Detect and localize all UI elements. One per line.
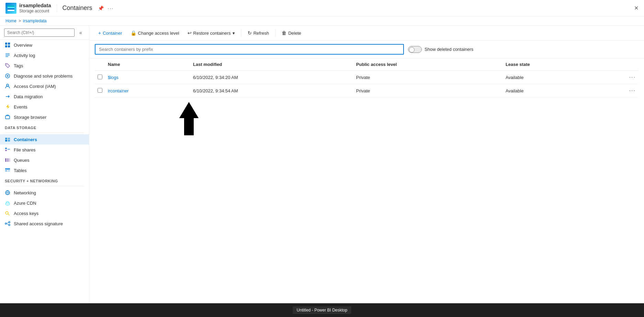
header-divider bbox=[57, 4, 57, 12]
sidebar-item-activity-log[interactable]: Activity log bbox=[0, 50, 89, 60]
sidebar-item-queues-label: Queues bbox=[14, 158, 30, 163]
refresh-icon: ↻ bbox=[248, 30, 252, 36]
section-title: Containers bbox=[63, 4, 92, 12]
restore-containers-button[interactable]: ↩ Restore containers ▾ bbox=[184, 29, 238, 37]
svg-rect-21 bbox=[5, 168, 10, 170]
sidebar-item-access-control[interactable]: Access Control (IAM) bbox=[0, 81, 89, 91]
show-deleted-toggle[interactable] bbox=[408, 46, 422, 53]
more-options-icon[interactable]: ··· bbox=[108, 5, 114, 11]
change-access-button[interactable]: 🔒 Change access level bbox=[127, 29, 183, 37]
resource-title: irsampledata bbox=[19, 2, 51, 9]
sidebar-item-access-keys-label: Access keys bbox=[14, 211, 38, 216]
show-deleted-toggle-container: Show deleted containers bbox=[408, 46, 473, 53]
sidebar-item-overview[interactable]: Overview bbox=[0, 40, 89, 50]
sidebar-item-storage-browser[interactable]: Storage browser bbox=[0, 112, 89, 122]
svg-rect-13 bbox=[5, 140, 7, 141]
events-icon bbox=[5, 104, 10, 110]
svg-point-28 bbox=[9, 222, 10, 223]
sidebar-item-access-keys[interactable]: Access keys bbox=[0, 208, 89, 218]
restore-chevron-icon: ▾ bbox=[233, 31, 235, 36]
delete-label: Delete bbox=[288, 31, 301, 36]
sidebar-item-queues[interactable]: Queues bbox=[0, 155, 89, 165]
row-name-link-0[interactable]: $logs bbox=[108, 75, 118, 80]
col-actions bbox=[599, 58, 639, 71]
row-more-cell: ··· bbox=[599, 71, 639, 84]
add-icon: + bbox=[98, 30, 101, 36]
restore-icon: ↩ bbox=[188, 30, 192, 36]
delete-icon: 🗑 bbox=[282, 30, 286, 36]
diagnose-icon bbox=[5, 73, 10, 79]
shared-access-icon bbox=[5, 221, 10, 226]
breadcrumb-current[interactable]: irsampledata bbox=[23, 19, 47, 23]
data-migration-icon bbox=[5, 94, 10, 99]
svg-rect-22 bbox=[5, 170, 7, 171]
sidebar-item-tags-label: Tags bbox=[14, 63, 23, 68]
sidebar-item-azure-cdn[interactable]: Azure CDN bbox=[0, 198, 89, 208]
data-storage-section-label: Data storage bbox=[0, 122, 89, 131]
app-logo bbox=[5, 3, 16, 14]
table-row: ircontainer 6/10/2022, 9:34:54 AM Privat… bbox=[95, 84, 639, 98]
sidebar-item-azure-cdn-label: Azure CDN bbox=[14, 201, 36, 206]
overview-icon bbox=[5, 42, 10, 48]
row-checkbox-0[interactable] bbox=[98, 75, 102, 79]
sidebar-item-tables[interactable]: Tables bbox=[0, 165, 89, 176]
row-name-cell: $logs bbox=[105, 71, 190, 84]
row-name-link-1[interactable]: ircontainer bbox=[108, 88, 129, 93]
show-deleted-label: Show deleted containers bbox=[425, 47, 473, 52]
sidebar-item-shared-access-label: Shared access signature bbox=[14, 221, 63, 226]
table-row: $logs 6/10/2022, 9:34:20 AM Private Avai… bbox=[95, 71, 639, 84]
sidebar-item-diagnose-label: Diagnose and solve problems bbox=[14, 73, 72, 79]
col-name[interactable]: Name bbox=[105, 58, 190, 71]
sidebar-item-networking-label: Networking bbox=[14, 190, 36, 195]
sidebar-search-container: « bbox=[0, 26, 89, 40]
breadcrumb-home[interactable]: Home bbox=[5, 19, 16, 23]
row-checkbox-cell[interactable] bbox=[95, 71, 105, 84]
row-more-button-0[interactable]: ··· bbox=[629, 74, 636, 80]
toolbar-divider bbox=[241, 29, 241, 37]
close-button[interactable]: ✕ bbox=[634, 5, 639, 11]
row-public-access-cell: Private bbox=[353, 84, 503, 98]
sidebar-item-diagnose[interactable]: Diagnose and solve problems bbox=[0, 71, 89, 81]
storage-browser-icon bbox=[5, 114, 10, 120]
sidebar-item-networking[interactable]: Networking bbox=[0, 188, 89, 198]
main-layout: « Overview Activity log Tags Diagnose an bbox=[0, 26, 644, 303]
svg-point-27 bbox=[5, 223, 7, 224]
change-access-label: Change access level bbox=[138, 31, 179, 36]
row-lease-state-cell: Available bbox=[503, 84, 599, 98]
add-container-button[interactable]: + Container bbox=[95, 29, 126, 37]
col-last-modified[interactable]: Last modified bbox=[190, 58, 353, 71]
row-checkbox-1[interactable] bbox=[98, 88, 102, 93]
restore-label: Restore containers bbox=[193, 31, 231, 36]
col-public-access[interactable]: Public access level bbox=[353, 58, 503, 71]
sidebar-item-containers[interactable]: Containers bbox=[0, 134, 89, 145]
sidebar-collapse-button[interactable]: « bbox=[77, 29, 85, 37]
row-last-modified-cell: 6/10/2022, 9:34:20 AM bbox=[190, 71, 353, 84]
container-search-input[interactable] bbox=[95, 44, 404, 55]
sidebar-item-file-shares[interactable]: File shares bbox=[0, 145, 89, 155]
row-checkbox-cell[interactable] bbox=[95, 84, 105, 98]
search-input[interactable] bbox=[4, 29, 75, 37]
sidebar-item-data-migration[interactable]: Data migration bbox=[0, 91, 89, 102]
sidebar-item-tables-label: Tables bbox=[14, 168, 27, 173]
svg-rect-2 bbox=[5, 45, 7, 47]
svg-rect-14 bbox=[8, 140, 10, 141]
sidebar-item-tags[interactable]: Tags bbox=[0, 60, 89, 71]
taskbar-item-power-bi[interactable]: Untitled - Power BI Desktop bbox=[293, 306, 351, 314]
networking-icon bbox=[5, 190, 10, 195]
refresh-button[interactable]: ↻ Refresh bbox=[244, 29, 273, 37]
add-container-label: Container bbox=[103, 31, 122, 36]
col-lease-state[interactable]: Lease state bbox=[503, 58, 599, 71]
pin-icon[interactable]: 📌 bbox=[98, 5, 104, 11]
svg-rect-19 bbox=[7, 158, 9, 162]
tables-icon bbox=[5, 168, 10, 173]
svg-rect-17 bbox=[8, 149, 10, 150]
sidebar-item-shared-access[interactable]: Shared access signature bbox=[0, 218, 89, 229]
svg-rect-15 bbox=[5, 148, 7, 149]
tags-icon bbox=[5, 63, 10, 68]
delete-button[interactable]: 🗑 Delete bbox=[278, 29, 305, 37]
data-storage-divider bbox=[5, 133, 84, 133]
sidebar-item-events[interactable]: Events bbox=[0, 102, 89, 112]
containers-table-container: Name Last modified Public access level L… bbox=[89, 58, 644, 303]
sidebar-item-overview-label: Overview bbox=[14, 43, 32, 48]
row-more-button-1[interactable]: ··· bbox=[629, 88, 636, 94]
